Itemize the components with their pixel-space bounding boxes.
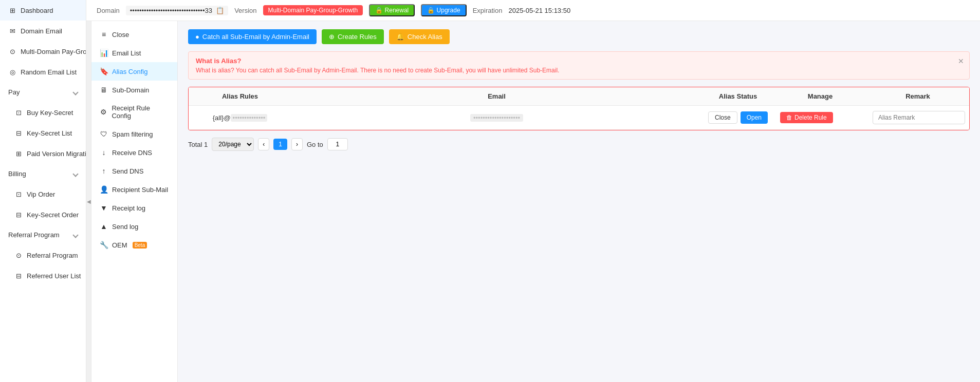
- alias-table: Alias Rules Email Alias Status Manage Re…: [188, 87, 970, 130]
- sidebar-item-random-email[interactable]: ◎ Random Email List: [0, 62, 86, 82]
- oem-icon: 🔧: [100, 241, 108, 249]
- delete-rule-button[interactable]: 🗑 Delete Rule: [780, 112, 833, 123]
- inner-sidebar-sub-domain[interactable]: 🖥 Sub-Domain: [91, 81, 177, 99]
- alias-open-button[interactable]: Open: [741, 111, 768, 124]
- multi-domain-icon: ⊙: [8, 47, 16, 55]
- col-remark: Remark: [866, 87, 969, 105]
- domain-value: ••••••••••••••••••••••••••••••••33 📋: [126, 6, 228, 15]
- info-box-title: What is Alias?: [196, 57, 962, 65]
- inner-sidebar-send-dns[interactable]: ↑ Send DNS: [91, 162, 177, 180]
- sidebar-item-buy-key-secret[interactable]: ⊡ Buy Key-Secret: [0, 102, 86, 123]
- check-alias-button[interactable]: 🔔 Check Alias: [389, 29, 450, 44]
- send-log-icon: ▲: [100, 222, 108, 231]
- inner-sidebar-spam-filtering[interactable]: 🛡 Spam filtering: [91, 125, 177, 143]
- sidebar-item-dashboard[interactable]: ⊞ Dashboard: [0, 0, 86, 21]
- alias-rules-value: {all}@••••••••••••••: [213, 114, 268, 122]
- sidebar-item-label: Key-Secret List: [27, 129, 72, 137]
- manage-cell: 🗑 Delete Rule: [774, 107, 866, 128]
- email-cell: ••••••••••••••••••••: [291, 109, 702, 127]
- sidebar-group-billing[interactable]: Billing: [0, 164, 86, 184]
- col-manage: Manage: [774, 87, 866, 105]
- inner-sidebar-send-log[interactable]: ▲ Send log: [91, 217, 177, 236]
- sub-domain-icon: 🖥: [100, 86, 108, 94]
- inner-sidebar-recipient-submail[interactable]: 👤 Recipient Sub-Mail: [91, 180, 177, 199]
- inner-sidebar-oem[interactable]: 🔧 OEM Beta: [91, 236, 177, 254]
- per-page-select[interactable]: 20/page: [212, 138, 254, 151]
- inner-sidebar-label: Close: [112, 31, 129, 39]
- inner-sidebar-label: Receive DNS: [112, 149, 152, 157]
- info-box: What is Alias? What is alias? You can ca…: [188, 51, 970, 80]
- sidebar-toggle[interactable]: ◀: [86, 21, 91, 382]
- inner-sidebar-label: OEM: [112, 241, 127, 249]
- receipt-rule-icon: ⚙: [100, 108, 107, 116]
- inner-sidebar-alias-config[interactable]: 🔖 Alias Config: [91, 62, 177, 81]
- alias-config-icon: 🔖: [100, 67, 108, 75]
- sidebar-item-label: Vip Order: [27, 190, 55, 198]
- referred-user-icon: ⊟: [14, 272, 23, 280]
- sidebar-item-referral-program[interactable]: ⊙ Referral Program: [0, 245, 86, 265]
- inner-sidebar-email-list[interactable]: 📊 Email List: [91, 44, 177, 62]
- goto-input[interactable]: [327, 138, 348, 150]
- inner-sidebar-label: Sub-Domain: [112, 86, 149, 94]
- version-label: Version: [234, 7, 256, 14]
- version-badge: Multi-Domain Pay-Group-Growth: [263, 5, 363, 15]
- sidebar-group-pay[interactable]: Pay: [0, 82, 86, 102]
- sidebar-item-label: Buy Key-Secret: [27, 109, 73, 117]
- prev-page-button[interactable]: ‹: [258, 138, 269, 150]
- alias-status-cell: Close Open: [702, 106, 774, 129]
- sidebar-group-referral[interactable]: Referral Program: [0, 225, 86, 245]
- renewal-button[interactable]: 🔒 Renewal: [369, 4, 415, 16]
- sidebar-item-key-secret-list[interactable]: ⊟ Key-Secret List: [0, 123, 86, 143]
- sidebar-group-pay-label: Pay: [8, 88, 20, 96]
- inner-sidebar-receive-dns[interactable]: ↓ Receive DNS: [91, 143, 177, 162]
- chevron-down-icon: [72, 232, 78, 238]
- random-email-icon: ◎: [8, 68, 16, 76]
- paid-version-icon: ⊞: [14, 149, 23, 158]
- receive-dns-icon: ↓: [100, 148, 108, 157]
- sidebar-item-multi-domain[interactable]: ⊙ Multi-Domain Pay-Group: [0, 41, 86, 62]
- action-buttons-row: ● Catch all Sub-Email by Admin-Email ⊕ C…: [188, 29, 970, 44]
- check-alias-icon: 🔔: [396, 33, 404, 41]
- key-secret-list-icon: ⊟: [14, 129, 23, 137]
- sidebar-item-paid-version[interactable]: ⊞ Paid Version Migration: [0, 143, 86, 164]
- expiration-label: Expiration: [473, 7, 503, 14]
- inner-sidebar-label: Alias Config: [112, 68, 147, 75]
- sidebar-item-label: Key-Secret Order: [27, 211, 79, 219]
- sidebar-item-label: Dashboard: [21, 7, 53, 14]
- domain-label: Domain: [97, 7, 120, 14]
- domain-email-icon: ✉: [8, 27, 16, 35]
- remark-input[interactable]: [873, 111, 965, 124]
- create-rules-button[interactable]: ⊕ Create Rules: [322, 29, 384, 44]
- alias-close-button[interactable]: Close: [708, 111, 737, 124]
- next-page-button[interactable]: ›: [291, 138, 303, 150]
- inner-sidebar-receipt-log[interactable]: ▼ Receipt log: [91, 199, 177, 217]
- sidebar-item-label: Referred User List: [27, 272, 81, 280]
- col-alias-rules: Alias Rules: [189, 87, 291, 105]
- sidebar-item-key-secret-order[interactable]: ⊟ Key-Secret Order: [0, 204, 86, 225]
- sidebar-item-label: Paid Version Migration: [27, 150, 86, 158]
- page-number-button[interactable]: 1: [273, 139, 287, 150]
- inner-sidebar-label: Send log: [112, 223, 138, 231]
- inner-sidebar-close[interactable]: ≡ Close: [91, 25, 177, 44]
- pagination-total: Total 1: [188, 141, 208, 148]
- dashboard-icon: ⊞: [8, 6, 16, 14]
- sidebar-item-domain-email[interactable]: ✉ Domain Email: [0, 21, 86, 41]
- upgrade-button[interactable]: 🔒 Upgrade: [421, 4, 466, 16]
- inner-sidebar-label: Spam filtering: [112, 130, 153, 138]
- info-box-close-button[interactable]: ✕: [958, 57, 964, 65]
- inner-sidebar-label: Email List: [112, 49, 141, 57]
- email-value: ••••••••••••••••••••: [470, 114, 523, 122]
- buy-key-icon: ⊡: [14, 108, 23, 117]
- sidebar-item-vip-order[interactable]: ⊡ Vip Order: [0, 184, 86, 204]
- sidebar-item-referred-user-list[interactable]: ⊟ Referred User List: [0, 265, 86, 286]
- sidebar-item-label: Multi-Domain Pay-Group: [21, 48, 86, 55]
- delete-icon: 🗑: [786, 114, 792, 121]
- inner-sidebar-label: Receipt Rule Config: [112, 104, 169, 120]
- referral-icon: ⊙: [14, 251, 23, 259]
- sidebar-item-label: Domain Email: [21, 27, 62, 35]
- top-header: Domain ••••••••••••••••••••••••••••••••3…: [86, 0, 980, 21]
- beta-badge: Beta: [133, 242, 147, 249]
- receipt-log-icon: ▼: [100, 204, 108, 212]
- catch-all-button[interactable]: ● Catch all Sub-Email by Admin-Email: [188, 29, 317, 44]
- inner-sidebar-receipt-rule[interactable]: ⚙ Receipt Rule Config: [91, 99, 177, 125]
